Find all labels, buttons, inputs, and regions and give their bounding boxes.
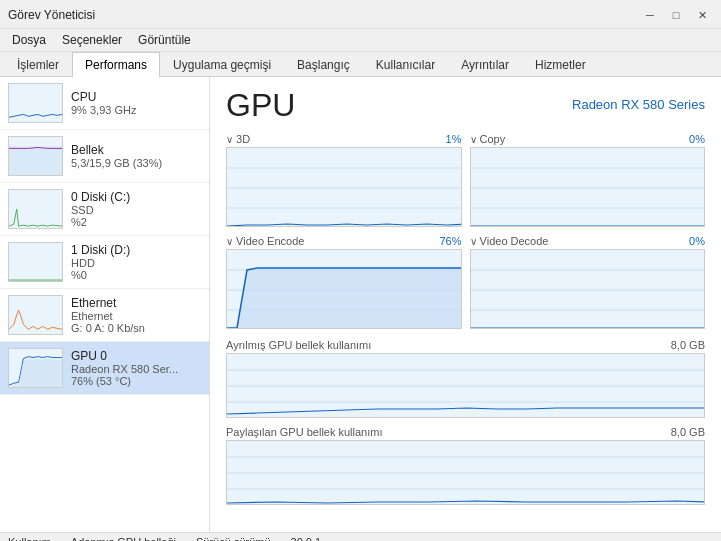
sidebar: CPU 9% 3,93 GHz Bellek 5,3/15,9 GB (33%) bbox=[0, 77, 210, 532]
tab-uygulama[interactable]: Uygulama geçmişi bbox=[160, 52, 284, 77]
graph-copy-pct: 0% bbox=[689, 133, 705, 145]
graph-vdecode-pct: 0% bbox=[689, 235, 705, 247]
tab-ayrintilar[interactable]: Ayrıntılar bbox=[448, 52, 522, 77]
sidebar-item-cpu[interactable]: CPU 9% 3,93 GHz bbox=[0, 77, 209, 130]
gpu-sidebar-model: Radeon RX 580 Ser... bbox=[71, 363, 201, 375]
graph-vencode-pct: 76% bbox=[439, 235, 461, 247]
graph-3d-box bbox=[226, 147, 462, 227]
svg-rect-2 bbox=[9, 147, 62, 176]
minimize-button[interactable]: ─ bbox=[639, 6, 661, 24]
disk1-mini-graph bbox=[8, 242, 63, 282]
gpu-info: GPU 0 Radeon RX 580 Ser... 76% (53 °C) bbox=[71, 349, 201, 387]
maximize-button[interactable]: □ bbox=[665, 6, 687, 24]
gpu-sidebar-val: 76% (53 °C) bbox=[71, 375, 201, 387]
ethernet-mini-graph bbox=[8, 295, 63, 335]
tab-hizmetler[interactable]: Hizmetler bbox=[522, 52, 599, 77]
graph-vdecode-box bbox=[470, 249, 706, 329]
ethernet-title: Ethernet bbox=[71, 296, 201, 310]
shared-memory-size: 8,0 GB bbox=[671, 426, 705, 438]
cpu-info: CPU 9% 3,93 GHz bbox=[71, 90, 201, 116]
graph-copy-box bbox=[470, 147, 706, 227]
graph-copy-label: ∨ Copy bbox=[470, 133, 506, 145]
shared-memory-graph bbox=[226, 440, 705, 505]
disk0-val: %2 bbox=[71, 216, 201, 228]
disk0-mini-graph bbox=[8, 189, 63, 229]
gpu-mini-graph bbox=[8, 348, 63, 388]
dedicated-memory-label: Ayrılmış GPU bellek kullanımı bbox=[226, 339, 371, 351]
sidebar-item-memory[interactable]: Bellek 5,3/15,9 GB (33%) bbox=[0, 130, 209, 183]
chevron-copy-icon: ∨ bbox=[470, 134, 477, 145]
disk1-val: %0 bbox=[71, 269, 201, 281]
bottom-version: 30.0.1 bbox=[291, 536, 322, 541]
menu-options[interactable]: Seçenekler bbox=[54, 31, 130, 49]
main-content: CPU 9% 3,93 GHz Bellek 5,3/15,9 GB (33%) bbox=[0, 77, 721, 532]
graph-3d-pct: 1% bbox=[446, 133, 462, 145]
ethernet-info: Ethernet Ethernet G: 0 A: 0 Kb/sn bbox=[71, 296, 201, 334]
disk0-title: 0 Diski (C:) bbox=[71, 190, 201, 204]
svg-rect-4 bbox=[9, 243, 62, 281]
menu-view[interactable]: Görüntüle bbox=[130, 31, 199, 49]
sidebar-item-disk0[interactable]: 0 Diski (C:) SSD %2 bbox=[0, 183, 209, 236]
memory-title: Bellek bbox=[71, 143, 201, 157]
disk1-info: 1 Diski (D:) HDD %0 bbox=[71, 243, 201, 281]
disk0-type: SSD bbox=[71, 204, 201, 216]
tab-baslangic[interactable]: Başlangıç bbox=[284, 52, 363, 77]
chevron-3d-icon: ∨ bbox=[226, 134, 233, 145]
memory-mini-graph bbox=[8, 136, 63, 176]
graph-vdecode-label: ∨ Video Decode bbox=[470, 235, 549, 247]
svg-rect-0 bbox=[9, 84, 62, 122]
disk1-type: HDD bbox=[71, 257, 201, 269]
sidebar-item-ethernet[interactable]: Ethernet Ethernet G: 0 A: 0 Kb/sn bbox=[0, 289, 209, 342]
memory-info: Bellek 5,3/15,9 GB (33%) bbox=[71, 143, 201, 169]
tab-kullanicilar[interactable]: Kullanıcılar bbox=[363, 52, 448, 77]
graph-video-encode: ∨ Video Encode 76% bbox=[226, 235, 462, 329]
title-bar: Görev Yöneticisi ─ □ ✕ bbox=[0, 0, 721, 29]
sidebar-item-gpu[interactable]: GPU 0 Radeon RX 580 Ser... 76% (53 °C) bbox=[0, 342, 209, 395]
gpu-model: Radeon RX 580 Series bbox=[572, 89, 705, 112]
chevron-vdecode-icon: ∨ bbox=[470, 236, 477, 247]
graph-video-decode: ∨ Video Decode 0% bbox=[470, 235, 706, 329]
gpu-title: GPU bbox=[226, 89, 295, 121]
dedicated-memory-size: 8,0 GB bbox=[671, 339, 705, 351]
memory-sub: 5,3/15,9 GB (33%) bbox=[71, 157, 201, 169]
gpu-header: GPU Radeon RX 580 Series bbox=[226, 89, 705, 121]
bottom-kullanim: Kullanım bbox=[8, 536, 51, 541]
dedicated-memory-graph bbox=[226, 353, 705, 418]
graph-vencode-label: ∨ Video Encode bbox=[226, 235, 304, 247]
sidebar-item-disk1[interactable]: 1 Diski (D:) HDD %0 bbox=[0, 236, 209, 289]
shared-memory-section: Paylaşılan GPU bellek kullanımı 8,0 GB bbox=[226, 426, 705, 505]
graph-3d: ∨ 3D 1% bbox=[226, 133, 462, 227]
window-controls: ─ □ ✕ bbox=[639, 6, 713, 24]
graph-3d-label: ∨ 3D bbox=[226, 133, 250, 145]
gpu-graph-grid: ∨ 3D 1% ∨ bbox=[226, 133, 705, 329]
chevron-vencode-icon: ∨ bbox=[226, 236, 233, 247]
menu-file[interactable]: Dosya bbox=[4, 31, 54, 49]
right-panel: GPU Radeon RX 580 Series ∨ 3D 1% bbox=[210, 77, 721, 532]
close-button[interactable]: ✕ bbox=[691, 6, 713, 24]
ethernet-val: G: 0 A: 0 Kb/sn bbox=[71, 322, 201, 334]
graph-copy: ∨ Copy 0% bbox=[470, 133, 706, 227]
tab-bar: İşlemler Performans Uygulama geçmişi Baş… bbox=[0, 52, 721, 77]
cpu-title: CPU bbox=[71, 90, 201, 104]
svg-marker-17 bbox=[227, 268, 461, 328]
tab-islemler[interactable]: İşlemler bbox=[4, 52, 72, 77]
app-title: Görev Yöneticisi bbox=[8, 8, 95, 22]
cpu-mini-graph bbox=[8, 83, 63, 123]
disk0-info: 0 Diski (C:) SSD %2 bbox=[71, 190, 201, 228]
disk1-title: 1 Diski (D:) bbox=[71, 243, 201, 257]
menu-bar: Dosya Seçenekler Görüntüle bbox=[0, 29, 721, 52]
cpu-sub: 9% 3,93 GHz bbox=[71, 104, 201, 116]
gpu-sidebar-title: GPU 0 bbox=[71, 349, 201, 363]
bottom-surucu: Sürücü sürümü bbox=[196, 536, 271, 541]
bottom-adanmis: Adanmış GPU belleği bbox=[71, 536, 176, 541]
bottom-bar: Kullanım Adanmış GPU belleği Sürücü sürü… bbox=[0, 532, 721, 541]
ethernet-type: Ethernet bbox=[71, 310, 201, 322]
shared-memory-label: Paylaşılan GPU bellek kullanımı bbox=[226, 426, 383, 438]
graph-vencode-box bbox=[226, 249, 462, 329]
tab-performans[interactable]: Performans bbox=[72, 52, 160, 77]
dedicated-memory-section: Ayrılmış GPU bellek kullanımı 8,0 GB bbox=[226, 339, 705, 418]
